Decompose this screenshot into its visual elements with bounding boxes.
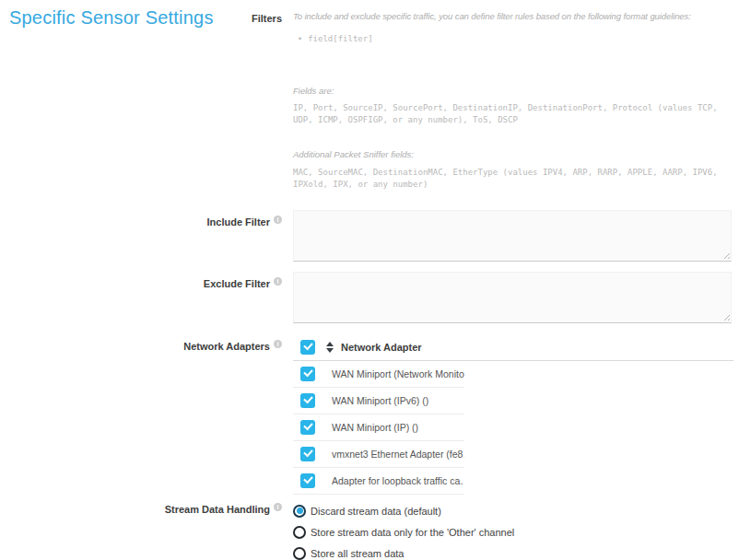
additional-fields-list: MAC, SourceMAC, DestinationMAC, EtherTyp… bbox=[293, 167, 735, 191]
exclude-filter-label-text: Exclude Filter bbox=[204, 278, 270, 289]
select-all-checkbox[interactable] bbox=[300, 340, 315, 355]
network-adapters-label-text: Network Adapters bbox=[183, 341, 270, 352]
radio-label: Discard stream data (default) bbox=[311, 506, 441, 517]
radio-icon[interactable] bbox=[293, 526, 306, 539]
adapter-name: WAN Miniport (IP) () bbox=[332, 422, 418, 433]
radio-label: Store stream data only for the 'Other' c… bbox=[311, 527, 514, 538]
radio-label: Store all stream data bbox=[311, 548, 405, 559]
fields-are-label: Fields are: bbox=[293, 86, 735, 96]
adapter-checkbox[interactable] bbox=[300, 473, 315, 488]
table-row: Adapter for loopback traffic ca… bbox=[293, 468, 464, 495]
radio-option-store-other[interactable]: Store stream data only for the 'Other' c… bbox=[293, 521, 735, 542]
table-row: WAN Miniport (Network Monito… bbox=[293, 361, 464, 388]
radio-option-store-all[interactable]: Store all stream data bbox=[293, 542, 735, 560]
include-filter-input[interactable] bbox=[293, 210, 732, 262]
adapter-table-header: Network Adapter bbox=[293, 333, 733, 361]
exclude-filter-label: Exclude Filteri bbox=[0, 272, 282, 323]
network-adapters-label: Network Adaptersi bbox=[0, 333, 282, 495]
bullet-icon: • bbox=[299, 34, 301, 43]
stream-data-handling-row: Stream Data Handlingi Discard stream dat… bbox=[0, 500, 739, 560]
adapter-checkbox[interactable] bbox=[300, 367, 315, 381]
radio-selected-icon[interactable] bbox=[293, 505, 306, 518]
info-icon[interactable]: i bbox=[274, 277, 282, 286]
table-row: vmxnet3 Ethernet Adapter (fe8… bbox=[293, 441, 464, 468]
fields-list: IP, Port, SourceIP, SourcePort, Destinat… bbox=[293, 102, 735, 126]
adapter-checkbox[interactable] bbox=[300, 393, 315, 408]
filters-label: Filters bbox=[0, 11, 282, 191]
info-icon[interactable]: i bbox=[274, 216, 282, 224]
adapter-checkbox[interactable] bbox=[300, 447, 315, 461]
info-icon[interactable]: i bbox=[274, 340, 282, 348]
radio-option-discard[interactable]: Discard stream data (default) bbox=[293, 500, 735, 521]
filter-format-code: field[filter] bbox=[308, 34, 372, 43]
table-row: WAN Miniport (IPv6) () bbox=[293, 388, 464, 414]
include-filter-row: Include Filteri bbox=[0, 210, 739, 262]
adapter-name: WAN Miniport (Network Monito… bbox=[332, 368, 464, 379]
exclude-filter-row: Exclude Filteri bbox=[0, 272, 739, 323]
additional-fields-label: Additional Packet Sniffer fields: bbox=[293, 149, 735, 159]
stream-data-handling-label: Stream Data Handlingi bbox=[0, 500, 282, 560]
table-row: WAN Miniport (IP) () bbox=[293, 414, 464, 441]
info-icon[interactable]: i bbox=[274, 503, 282, 511]
network-adapter-table: Network Adapter WAN Miniport (Network Mo… bbox=[293, 333, 733, 495]
radio-icon[interactable] bbox=[293, 547, 306, 560]
adapter-checkbox[interactable] bbox=[300, 420, 315, 435]
adapter-name: Adapter for loopback traffic ca… bbox=[332, 475, 464, 486]
stream-data-handling-label-text: Stream Data Handling bbox=[165, 504, 270, 515]
exclude-filter-input[interactable] bbox=[293, 272, 732, 323]
filters-section: Filters To include and exclude specific … bbox=[0, 11, 739, 191]
include-filter-label-text: Include Filter bbox=[207, 216, 270, 228]
adapter-name: WAN Miniport (IPv6) () bbox=[332, 395, 428, 406]
network-adapters-row: Network Adaptersi Network Adapter WAN Mi… bbox=[0, 333, 739, 495]
adapter-name: vmxnet3 Ethernet Adapter (fe8… bbox=[332, 449, 464, 460]
filter-format-bullet: •field[filter] bbox=[299, 33, 735, 45]
filters-intro-text: To include and exclude specific traffic,… bbox=[293, 11, 735, 21]
adapter-column-header[interactable]: Network Adapter bbox=[341, 342, 422, 353]
include-filter-label: Include Filteri bbox=[0, 210, 282, 262]
specific-sensor-settings-page: Specific Sensor Settings Filters To incl… bbox=[0, 0, 739, 560]
sort-icon[interactable] bbox=[326, 342, 334, 353]
